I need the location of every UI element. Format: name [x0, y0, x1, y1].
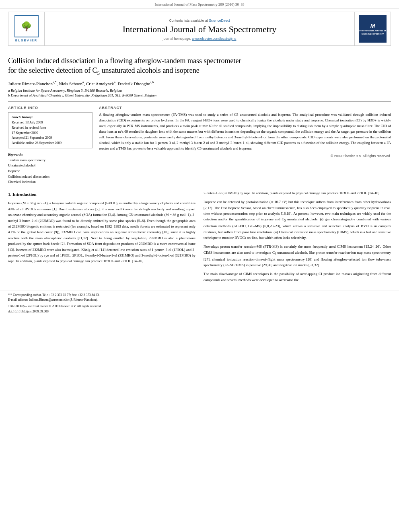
body-col-right: 2-buten-1-ol (321MBO) by rape. In additi…	[204, 190, 391, 286]
footnote-email-line: E-mail address: Juliette.Rimetz@aeronomi…	[8, 298, 391, 302]
right-logo-box: M International Journal ofMass Spectrome…	[359, 15, 387, 43]
journal-homepage-line: journal homepage: www.elsevier.com/locat…	[163, 37, 237, 41]
affiliation-b: b Department of Analytical Chemistry, Gh…	[8, 93, 391, 97]
accepted-line: Accepted 21 September 2009	[12, 135, 89, 140]
intro-paragraph-1: Isoprene (M = 68 g mol−1), a biogenic vo…	[8, 200, 195, 264]
author4-name: , Frederik Dhooghe	[115, 81, 150, 86]
page-wrapper: International Journal of Mass Spectromet…	[0, 0, 399, 532]
journal-title-area: Contents lists available at ScienceDirec…	[45, 12, 354, 45]
journal-header: 🌳 ELSEVIER Contents lists available at S…	[8, 12, 391, 46]
journal-main-title: International Journal of Mass Spectromet…	[123, 24, 276, 35]
revised-date: 17 September 2009	[12, 130, 89, 136]
sciencedirect-link[interactable]: ScienceDirect	[209, 18, 230, 23]
article-info-abstract-row: ARTICLE INFO Article history: Received 1…	[0, 106, 399, 185]
keywords-title: Keywords:	[8, 152, 93, 156]
article-title-line3: unsaturated alcohols and isoprene	[100, 66, 200, 74]
section-1-heading: 1. Introduction	[8, 191, 195, 198]
section-number: 1.	[8, 192, 11, 197]
keywords-box: Keywords: Tandem mass spectrometry Unsat…	[8, 152, 93, 185]
footnote-issn-line: 1387-3806/$ – see front matter © 2009 El…	[8, 304, 391, 309]
journal-homepage-link[interactable]: www.elsevier.com/locate/ijms	[192, 37, 236, 41]
section-title: Introduction	[12, 192, 37, 197]
author1-name: Juliette Rimetz-Planchon	[8, 81, 53, 86]
abstract-label: ABSTRACT	[99, 106, 391, 110]
keyword-1: Tandem mass spectrometry	[8, 158, 93, 163]
doi-line: doi:10.1016/j.ijms.2009.09.008	[8, 310, 391, 313]
keyword-3: Isoprene	[8, 168, 93, 174]
article-section: Collision induced dissociation in a flow…	[0, 49, 399, 97]
journal-logo-right: M International Journal ofMass Spectrome…	[354, 12, 391, 45]
journal-citation-text: International Journal of Mass Spectromet…	[154, 2, 244, 6]
contents-availability-line: Contents lists available at ScienceDirec…	[169, 18, 230, 23]
copyright-line: © 2009 Elsevier B.V. All rights reserved…	[99, 154, 391, 158]
body-right-para3: Nowadays proton transfer reaction-MS (PT…	[204, 244, 391, 268]
authors-line: Juliette Rimetz-Planchona,*, Niels Schoo…	[8, 80, 391, 86]
footnote-section: * * Corresponding author. Tel.: +32 2 37…	[0, 290, 399, 313]
divider-1	[8, 101, 391, 102]
received-line: Received 13 July 2009	[12, 120, 89, 125]
affiliation-a: a Belgian Institute for Space Aeronomy, …	[8, 88, 391, 92]
article-title: Collision induced dissociation in a flow…	[8, 56, 391, 76]
body-right-para2: Isoprene can be detected by photoionizat…	[204, 199, 391, 240]
article-info-box: Article history: Received 13 July 2009 R…	[8, 112, 93, 148]
body-columns: 1. Introduction Isoprene (M = 68 g mol−1…	[0, 190, 399, 286]
keyword-4: Collision induced dissociation	[8, 174, 93, 180]
abstract-column: ABSTRACT A flowing afterglow-tandem mass…	[99, 106, 391, 185]
body-right-para4: The main disadvantage of CIMS techniques…	[204, 271, 391, 283]
body-col-left: 1. Introduction Isoprene (M = 68 g mol−1…	[8, 190, 195, 286]
journal-header-inner: 🌳 ELSEVIER Contents lists available at S…	[8, 12, 391, 46]
article-info-label: ARTICLE INFO	[8, 106, 93, 110]
elsevier-tree-icon: 🌳	[21, 22, 32, 31]
journal-citation-bar: International Journal of Mass Spectromet…	[0, 0, 399, 8]
elsevier-wordmark: ELSEVIER	[15, 39, 38, 42]
right-logo-text: M International Journal ofMass Spectrome…	[359, 22, 386, 35]
online-line: Available online 26 September 2009	[12, 140, 89, 146]
author2-name: , Niels Schoon	[56, 81, 82, 86]
elsevier-logo-img: 🌳 ELSEVIER	[14, 15, 39, 42]
abstract-text: A flowing afterglow-tandem mass spectrom…	[99, 112, 391, 152]
article-title-line2: for the selective detection of C	[8, 66, 97, 74]
keyword-5: Chemical ionization	[8, 179, 93, 185]
article-info-column: ARTICLE INFO Article history: Received 1…	[8, 106, 93, 185]
footnote-star-line: * * Corresponding author. Tel.: +32 2 37…	[8, 293, 391, 298]
history-label: Article history:	[12, 115, 89, 119]
elsevier-logo-box: 🌳	[14, 15, 39, 37]
author3-name: , Crist Amelynck	[84, 81, 114, 86]
revised-label: Received in revised form	[12, 125, 89, 130]
article-title-line1: Collision induced dissociation in a flow…	[8, 57, 241, 65]
elsevier-logo: 🌳 ELSEVIER	[8, 12, 45, 45]
author4-sup: a,b	[150, 80, 154, 84]
keyword-2: Unsaturated alcohol	[8, 163, 93, 168]
body-right-para1: 2-buten-1-ol (321MBO) by rape. In additi…	[204, 190, 391, 196]
